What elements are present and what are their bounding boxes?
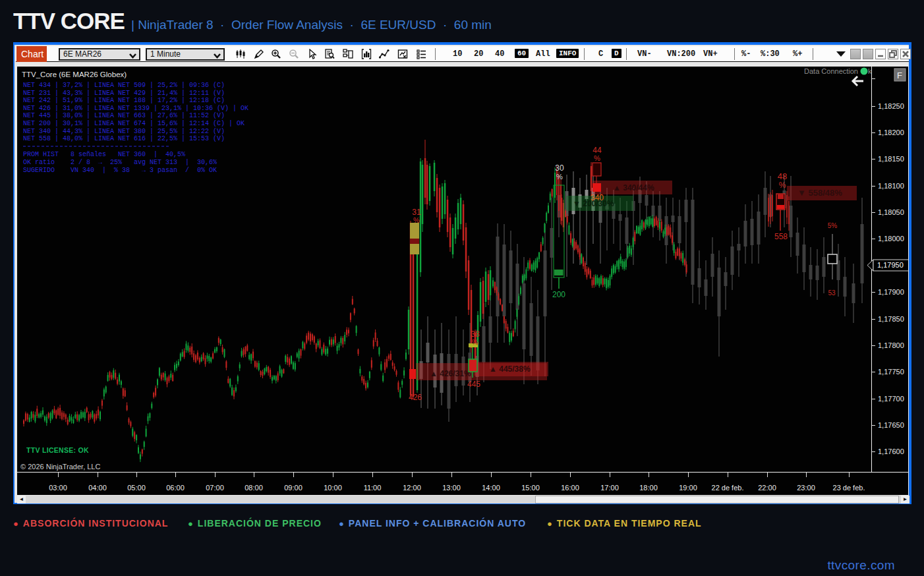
svg-text:1,18000: 1,18000 [878,235,904,243]
svg-text:445: 445 [467,380,480,389]
svg-text:11:00: 11:00 [364,484,382,492]
svg-text:18:00: 18:00 [639,484,658,492]
svg-text:5%: 5% [828,222,838,229]
svg-text:NET 340 | 44,3% | LINEA NET 38: NET 340 | 44,3% | LINEA NET 380 | 25,5% … [23,128,225,135]
svg-text:03:00: 03:00 [49,484,67,492]
svg-text:NET 558 | 48,0% | LINEA NET 61: NET 558 | 48,0% | LINEA NET 616 | 22,5% … [23,135,225,142]
svg-text:340: 340 [591,193,604,202]
svg-text:12:00: 12:00 [403,484,421,492]
svg-text:200: 200 [552,290,565,299]
svg-text:%: % [413,216,420,224]
svg-text:TTV_Core (6E MAR26 Globex): TTV_Core (6E MAR26 Globex) [22,71,127,78]
svg-text:14:00: 14:00 [482,484,500,492]
svg-text:NET 434 | 37,2% | LINEA NET 50: NET 434 | 37,2% | LINEA NET 509 | 25,2% … [23,82,225,89]
svg-text:1,18100: 1,18100 [878,182,904,190]
svg-text:15:00: 15:00 [521,484,540,492]
svg-text:1,18050: 1,18050 [878,208,904,216]
svg-text:13:00: 13:00 [442,484,461,492]
svg-text:NET 426 | 31,0% | LINEA NET 13: NET 426 | 31,0% | LINEA NET 1339 | 23,1%… [23,105,248,112]
svg-text:▲ 426/31%: ▲ 426/31% [430,369,471,378]
svg-text:NET 445 | 38,0% | LINEA NET 66: NET 445 | 38,0% | LINEA NET 663 | 27,6% … [23,112,225,119]
svg-text:1,17750: 1,17750 [878,368,904,376]
svg-text:17:00: 17:00 [600,484,619,492]
svg-text:PROM HIST 8 señales NET 36: PROM HIST 8 señales NET 360 | 40,5% [23,151,185,158]
svg-text:22 de feb.: 22 de feb. [712,484,744,492]
svg-text:NET 200 | 30,1% | LINEA NET 67: NET 200 | 30,1% | LINEA NET 674 | 15,6% … [23,120,245,127]
svg-text:F: F [897,71,902,80]
svg-text:%: % [594,154,600,162]
svg-text:426: 426 [409,393,422,402]
svg-text:Data Connection: Data Connection [804,67,858,75]
svg-text:1,17800: 1,17800 [878,341,904,349]
svg-text:TTV LICENSE: OK: TTV LICENSE: OK [26,446,89,454]
svg-text:53: 53 [828,289,836,297]
svg-text:30: 30 [555,163,564,173]
svg-text:05:00: 05:00 [127,484,146,492]
svg-text:04:00: 04:00 [88,484,107,492]
svg-text:%: % [779,181,786,190]
svg-text:19:00: 19:00 [679,484,697,492]
svg-text:NET 231 | 43,3% | LINEA NET 42: NET 231 | 43,3% | LINEA NET 429 | 21,4% … [23,90,225,97]
svg-text:48: 48 [778,171,787,181]
svg-text:38: 38 [471,330,480,339]
svg-text:1,18250: 1,18250 [878,102,904,110]
svg-text:1,17900: 1,17900 [878,288,904,296]
svg-text:23:00: 23:00 [797,484,815,492]
svg-text:31: 31 [412,208,421,217]
svg-text:▲ 445/38%: ▲ 445/38% [489,364,531,374]
svg-text:44: 44 [592,146,602,155]
svg-text:NET 242 | 51,9% | LINEA NET 18: NET 242 | 51,9% | LINEA NET 188 | 17,2% … [23,97,225,104]
svg-text:▲ 340/44%: ▲ 340/44% [613,183,654,192]
svg-text:23 de feb.: 23 de feb. [833,484,865,492]
svg-text:08:00: 08:00 [245,484,263,492]
svg-text:09:00: 09:00 [284,484,303,492]
svg-text:07:00: 07:00 [206,484,224,492]
svg-text:▼ 558/48%: ▼ 558/48% [797,188,842,198]
svg-text:1,17850: 1,17850 [878,315,904,323]
svg-text:OK ratio 2 / 8 → 25% av: OK ratio 2 / 8 → 25% avg NET 313 | 30,6% [23,159,217,166]
svg-text:1,17700: 1,17700 [878,395,904,403]
svg-text:1,17650: 1,17650 [878,421,904,429]
svg-text:%: % [472,338,478,346]
svg-text:SUGERIDO VN 340 | % 38: SUGERIDO VN 340 | % 38 → 3 pasan / 0% OK [23,167,217,174]
svg-text:© 2026 NinjaTrader, LLC: © 2026 NinjaTrader, LLC [20,463,100,471]
svg-text:1,17600: 1,17600 [878,447,904,455]
svg-text:558: 558 [774,232,788,241]
svg-text:16:00: 16:00 [561,484,579,492]
svg-text:06:00: 06:00 [166,484,185,492]
svg-text:%: % [556,173,563,181]
svg-text:1,18200: 1,18200 [878,129,904,136]
svg-text:k: k [868,67,872,75]
svg-text:22:00: 22:00 [758,484,776,492]
svg-text:1,17950: 1,17950 [877,261,904,269]
svg-text:10:00: 10:00 [324,484,342,492]
svg-text:1,18150: 1,18150 [878,155,904,163]
